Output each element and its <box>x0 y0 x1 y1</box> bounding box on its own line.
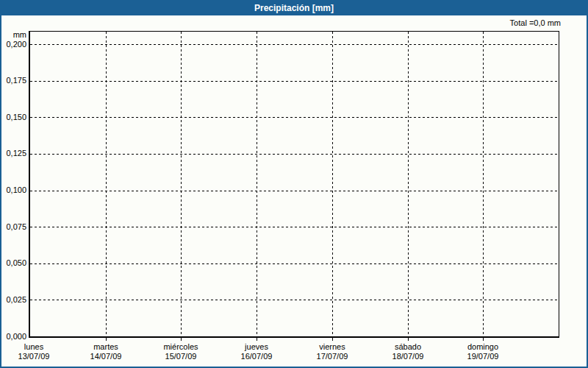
day-date: 14/07/09 <box>73 352 139 361</box>
y-axis: 0,2000,1750,1500,1250,1000,0750,0500,025… <box>1 31 26 338</box>
chart-window: Precipitación [mm] Total =0,0 mm mm 0,20… <box>0 0 588 368</box>
day-name: martes <box>93 342 118 351</box>
day-name: sábado <box>395 342 421 351</box>
horizontal-gridline <box>30 300 559 300</box>
horizontal-gridline <box>30 227 559 227</box>
horizontal-gridline <box>30 263 559 264</box>
day-date: 16/07/09 <box>223 352 290 361</box>
day-date: 15/07/09 <box>148 352 214 361</box>
y-tick-label: 0,050 <box>1 258 26 268</box>
y-tick-label: 0,075 <box>1 222 26 232</box>
y-tick-label: 0,100 <box>1 185 26 195</box>
x-axis-day-label: sábado18/07/09 <box>375 342 441 361</box>
x-axis: lunes13/07/09martes14/07/09miércoles15/0… <box>29 341 559 364</box>
total-label: Total =0,0 mm <box>510 18 561 27</box>
horizontal-gridline <box>30 44 559 45</box>
vertical-gridline <box>332 32 333 336</box>
day-name: miércoles <box>163 342 198 351</box>
vertical-gridline <box>181 32 182 336</box>
day-date: 13/07/09 <box>1 352 67 361</box>
y-tick-label: 0,150 <box>1 113 26 122</box>
day-date: 19/07/09 <box>450 352 516 361</box>
y-tick-label: 0,175 <box>1 76 26 85</box>
y-tick-label: 0,200 <box>1 40 26 49</box>
vertical-gridline <box>257 32 257 336</box>
day-date: 18/07/09 <box>375 352 441 361</box>
x-axis-tick <box>408 338 409 341</box>
x-axis-tick <box>332 338 333 341</box>
x-axis-tick <box>181 338 182 341</box>
day-date: 17/07/09 <box>299 352 365 361</box>
y-tick-label: 0,000 <box>1 332 26 342</box>
y-tick-label: 0,125 <box>1 149 26 158</box>
horizontal-gridline <box>30 154 559 155</box>
vertical-gridline <box>106 32 107 336</box>
day-name: viernes <box>319 342 345 351</box>
y-tick-label: 0,025 <box>1 295 26 305</box>
x-axis-day-label: viernes17/07/09 <box>299 342 365 361</box>
x-axis-day-label: martes14/07/09 <box>73 342 139 361</box>
title-bar: Precipitación [mm] <box>1 1 587 15</box>
x-axis-tick <box>106 338 107 341</box>
x-axis-day-label: jueves16/07/09 <box>223 342 290 361</box>
chart-title: Precipitación [mm] <box>254 3 334 13</box>
x-axis-tick <box>257 338 257 341</box>
day-name: lunes <box>24 342 43 351</box>
x-axis-day-label: lunes13/07/09 <box>1 342 67 361</box>
horizontal-gridline <box>30 191 559 191</box>
day-name: domingo <box>467 342 498 351</box>
plot-area <box>29 31 559 338</box>
vertical-gridline <box>408 32 409 336</box>
vertical-gridline <box>483 32 484 336</box>
x-axis-tick <box>483 338 484 341</box>
horizontal-gridline <box>30 81 559 82</box>
day-name: jueves <box>245 342 268 351</box>
horizontal-gridline <box>30 117 559 118</box>
x-axis-day-label: miércoles15/07/09 <box>148 342 214 361</box>
x-axis-day-label: domingo19/07/09 <box>450 342 516 361</box>
